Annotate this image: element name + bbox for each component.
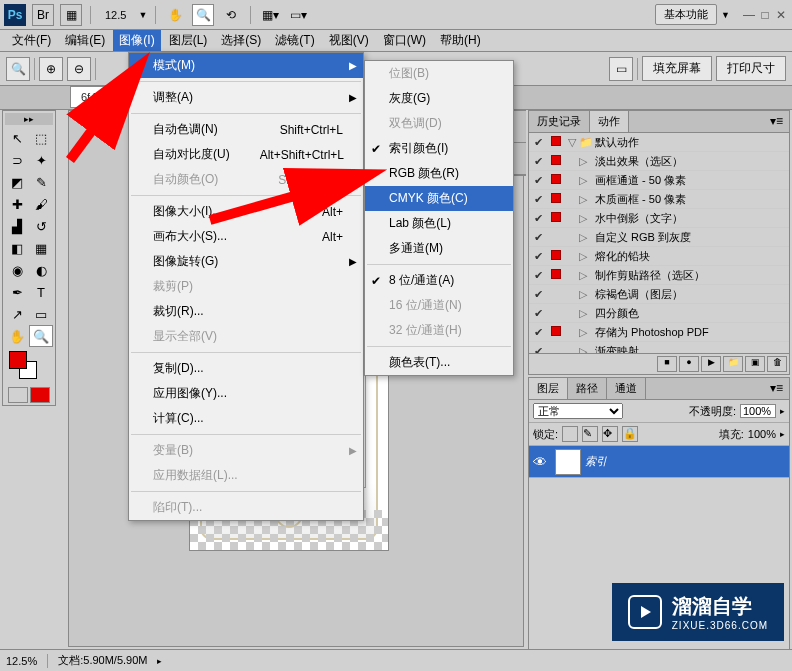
toolbox-collapse-icon[interactable]: ▸▸ xyxy=(5,113,53,125)
rotate-view-icon[interactable]: ⟲ xyxy=(220,4,242,26)
status-docinfo[interactable]: 文档:5.90M/5.90M xyxy=(58,653,147,668)
dodge-tool-icon[interactable]: ◐ xyxy=(29,259,53,281)
submenu-item[interactable]: ✔索引颜色(I) xyxy=(365,136,513,161)
menu-item[interactable]: 应用图像(Y)... xyxy=(129,381,363,406)
submenu-item[interactable]: RGB 颜色(R) xyxy=(365,161,513,186)
lock-position-icon[interactable]: ✥ xyxy=(602,426,618,442)
zoom-value[interactable]: 12.5 xyxy=(99,9,132,21)
tool-preset-icon[interactable]: 🔍 xyxy=(6,57,30,81)
menu-item[interactable]: 显示全部(V) xyxy=(129,324,363,349)
lasso-tool-icon[interactable]: ⊃ xyxy=(5,149,29,171)
tab-history[interactable]: 历史记录 xyxy=(529,111,590,132)
eraser-tool-icon[interactable]: ◧ xyxy=(5,237,29,259)
crop-tool-icon[interactable]: ◩ xyxy=(5,171,29,193)
fill-value[interactable]: 100% xyxy=(748,428,776,440)
menu-layer[interactable]: 图层(L) xyxy=(163,30,214,51)
menu-edit[interactable]: 编辑(E) xyxy=(59,30,111,51)
stamp-tool-icon[interactable]: ▟ xyxy=(5,215,29,237)
marquee-tool-icon[interactable]: ⬚ xyxy=(29,127,53,149)
opacity-value[interactable]: 100% xyxy=(740,404,776,418)
submenu-item[interactable]: 32 位/通道(H) xyxy=(365,318,513,343)
opt-icon-1[interactable]: ▭ xyxy=(609,57,633,81)
actions-folder-row[interactable]: ✔ ▽📁 默认动作 xyxy=(529,133,789,152)
record-icon[interactable]: ● xyxy=(679,356,699,372)
document-tab[interactable]: 6f4 xyxy=(70,86,107,108)
action-row[interactable]: ✔▷自定义 RGB 到灰度 xyxy=(529,228,789,247)
trash-icon[interactable]: 🗑 xyxy=(767,356,787,372)
submenu-item[interactable]: 灰度(G) xyxy=(365,86,513,111)
pen-tool-icon[interactable]: ✒ xyxy=(5,281,29,303)
menu-view[interactable]: 视图(V) xyxy=(323,30,375,51)
zoom-tool-icon[interactable]: 🔍 xyxy=(192,4,214,26)
hand-tool-icon[interactable]: ✋ xyxy=(164,4,186,26)
path-tool-icon[interactable]: ↗ xyxy=(5,303,29,325)
menu-item[interactable]: 图像旋转(G)▶ xyxy=(129,249,363,274)
zoom-tool2-icon[interactable]: 🔍 xyxy=(29,325,53,347)
action-row[interactable]: ✔▷淡出效果（选区） xyxy=(529,152,789,171)
action-row[interactable]: ✔▷棕褐色调（图层） xyxy=(529,285,789,304)
color-swatches[interactable] xyxy=(5,351,53,383)
menu-item[interactable]: 模式(M)▶ xyxy=(129,53,363,78)
submenu-item[interactable]: 双色调(D) xyxy=(365,111,513,136)
menu-select[interactable]: 选择(S) xyxy=(215,30,267,51)
status-zoom[interactable]: 12.5% xyxy=(6,655,37,667)
mb-icon[interactable]: ▦ xyxy=(60,4,82,26)
new-action-icon[interactable]: ▣ xyxy=(745,356,765,372)
eyedropper-tool-icon[interactable]: ✎ xyxy=(29,171,53,193)
maximize-icon[interactable]: □ xyxy=(758,9,772,21)
panel-menu-icon[interactable]: ▾≡ xyxy=(764,111,789,132)
menu-item[interactable]: 陷印(T)... xyxy=(129,495,363,520)
bridge-icon[interactable]: Br xyxy=(32,4,54,26)
stop-icon[interactable]: ■ xyxy=(657,356,677,372)
fill-screen-button[interactable]: 填充屏幕 xyxy=(642,56,712,81)
lock-pixels-icon[interactable]: ✎ xyxy=(582,426,598,442)
tab-paths[interactable]: 路径 xyxy=(568,378,607,399)
play-icon[interactable]: ▶ xyxy=(701,356,721,372)
menu-item[interactable]: 裁切(R)... xyxy=(129,299,363,324)
visibility-eye-icon[interactable]: 👁 xyxy=(529,454,551,470)
history-brush-icon[interactable]: ↺ xyxy=(29,215,53,237)
action-row[interactable]: ✔▷水中倒影（文字） xyxy=(529,209,789,228)
blur-tool-icon[interactable]: ◉ xyxy=(5,259,29,281)
submenu-item[interactable]: Lab 颜色(L) xyxy=(365,211,513,236)
action-row[interactable]: ✔▷画框通道 - 50 像素 xyxy=(529,171,789,190)
menu-item[interactable]: 复制(D)... xyxy=(129,356,363,381)
lock-all-icon[interactable]: 🔒 xyxy=(622,426,638,442)
type-tool-icon[interactable]: T xyxy=(29,281,53,303)
lock-transparent-icon[interactable] xyxy=(562,426,578,442)
menu-item[interactable]: 调整(A)▶ xyxy=(129,85,363,110)
layer-name[interactable]: 索引 xyxy=(585,454,607,469)
blend-mode-select[interactable]: 正常 xyxy=(533,403,623,419)
wand-tool-icon[interactable]: ✦ xyxy=(29,149,53,171)
tab-channels[interactable]: 通道 xyxy=(607,378,646,399)
print-size-button[interactable]: 打印尺寸 xyxy=(716,56,786,81)
menu-file[interactable]: 文件(F) xyxy=(6,30,57,51)
shape-tool-icon[interactable]: ▭ xyxy=(29,303,53,325)
move-tool-icon[interactable]: ↖ xyxy=(5,127,29,149)
action-row[interactable]: ✔▷渐变映射 xyxy=(529,342,789,353)
screen-mode-icon[interactable]: ▭▾ xyxy=(287,4,309,26)
submenu-item[interactable]: 位图(B) xyxy=(365,61,513,86)
submenu-item[interactable]: 16 位/通道(N) xyxy=(365,293,513,318)
arrange-icon[interactable]: ▦▾ xyxy=(259,4,281,26)
quick-mask-toggle[interactable] xyxy=(5,387,53,403)
zoom-out-icon[interactable]: ⊖ xyxy=(67,57,91,81)
submenu-item[interactable]: 颜色表(T)... xyxy=(365,350,513,375)
menu-help[interactable]: 帮助(H) xyxy=(434,30,487,51)
close-icon[interactable]: ✕ xyxy=(774,9,788,21)
tab-layers[interactable]: 图层 xyxy=(529,378,568,399)
menu-image[interactable]: 图像(I) xyxy=(113,30,160,51)
menu-item[interactable]: 图像大小(I)...Alt+ xyxy=(129,199,363,224)
healing-tool-icon[interactable]: ✚ xyxy=(5,193,29,215)
brush-tool-icon[interactable]: 🖌 xyxy=(29,193,53,215)
menu-item[interactable]: 变量(B)▶ xyxy=(129,438,363,463)
layer-row[interactable]: 👁 索引 xyxy=(529,446,789,478)
tab-actions[interactable]: 动作 xyxy=(590,111,629,132)
hand-tool2-icon[interactable]: ✋ xyxy=(5,325,29,347)
menu-item[interactable]: 自动对比度(U)Alt+Shift+Ctrl+L xyxy=(129,142,363,167)
zoom-in-icon[interactable]: ⊕ xyxy=(39,57,63,81)
submenu-item[interactable]: CMYK 颜色(C) xyxy=(365,186,513,211)
action-row[interactable]: ✔▷熔化的铅块 xyxy=(529,247,789,266)
layers-menu-icon[interactable]: ▾≡ xyxy=(764,378,789,399)
workspace-switcher[interactable]: 基本功能 xyxy=(655,4,717,25)
